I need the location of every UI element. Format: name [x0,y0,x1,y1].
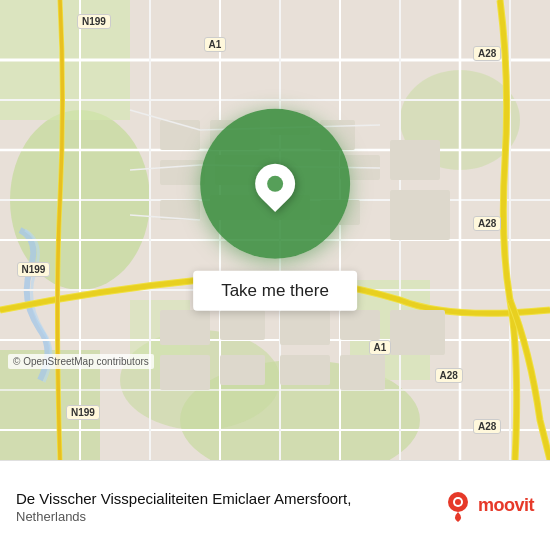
moovit-pin-icon [442,490,474,522]
svg-rect-42 [160,355,210,390]
take-me-there-button[interactable]: Take me there [193,271,357,311]
road-label-a28-right-top: A28 [473,46,501,61]
svg-rect-46 [390,310,445,355]
road-label-n199-mid: N199 [17,262,51,277]
svg-rect-33 [390,140,440,180]
road-label-a28-bottom2: A28 [473,419,501,434]
svg-rect-47 [340,355,385,390]
road-label-a1-bottom: A1 [369,340,392,355]
svg-rect-44 [280,355,330,385]
road-label-a1-top: A1 [204,37,227,52]
app: © OpenStreetMap contributors N199 A1 A28… [0,0,550,550]
place-country: Netherlands [16,509,426,524]
osm-attribution: © OpenStreetMap contributors [8,354,154,369]
svg-rect-41 [280,310,330,345]
map-container: © OpenStreetMap contributors N199 A1 A28… [0,0,550,460]
road-label-n199-bottom: N199 [66,405,100,420]
bubble-circle [200,109,350,259]
moovit-logo: moovit [442,490,534,522]
svg-rect-34 [390,190,450,240]
svg-rect-39 [160,310,210,345]
road-label-n199-top: N199 [77,14,111,29]
svg-rect-45 [340,310,380,340]
svg-rect-40 [220,310,265,340]
svg-point-55 [455,499,461,505]
place-name: De Visscher Visspecialiteiten Emiclaer A… [16,488,426,509]
svg-rect-43 [220,355,265,385]
info-content: De Visscher Visspecialiteiten Emiclaer A… [16,488,426,524]
road-label-a28-right-mid: A28 [473,216,501,231]
road-label-a28-bottom: A28 [435,368,463,383]
moovit-brand-text: moovit [478,495,534,516]
location-bubble: Take me there [193,109,357,311]
info-bar: De Visscher Visspecialiteiten Emiclaer A… [0,460,550,550]
location-pin-icon [247,156,304,213]
